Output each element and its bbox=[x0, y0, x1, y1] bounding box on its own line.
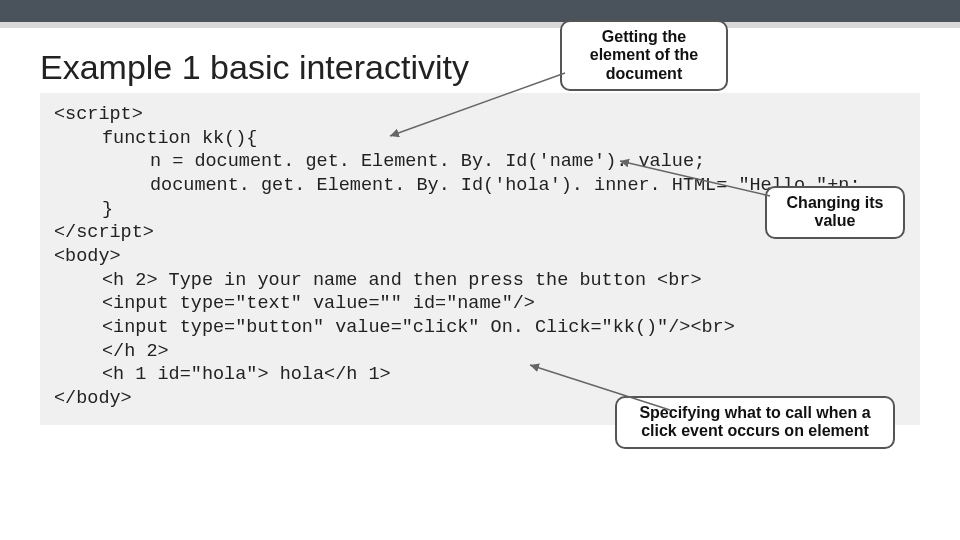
code-line: <script> bbox=[54, 103, 906, 127]
callout-onclick: Specifying what to call when a click eve… bbox=[615, 396, 895, 449]
code-line: </h 2> bbox=[54, 340, 906, 364]
code-line: <input type="text" value="" id="name"/> bbox=[54, 292, 906, 316]
code-line: <h 1 id="hola"> hola</h 1> bbox=[54, 363, 906, 387]
top-bar bbox=[0, 0, 960, 28]
code-line: <h 2> Type in your name and then press t… bbox=[54, 269, 906, 293]
slide-title: Example 1 basic interactivity bbox=[40, 48, 920, 87]
code-block: <script> function kk(){ n = document. ge… bbox=[40, 93, 920, 425]
code-line: n = document. get. Element. By. Id('name… bbox=[54, 150, 906, 174]
slide-body: Example 1 basic interactivity <script> f… bbox=[0, 28, 960, 425]
callout-changing-value: Changing its value bbox=[765, 186, 905, 239]
code-line: <body> bbox=[54, 245, 906, 269]
code-line: <input type="button" value="click" On. C… bbox=[54, 316, 906, 340]
code-line: function kk(){ bbox=[54, 127, 906, 151]
callout-getting-element: Getting the element of the document bbox=[560, 20, 728, 91]
